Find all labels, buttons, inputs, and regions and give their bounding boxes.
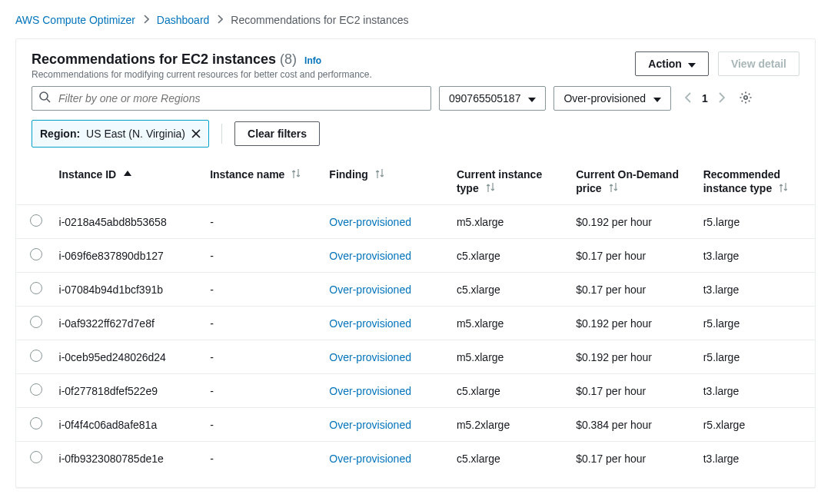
remove-filter-icon[interactable] xyxy=(191,129,201,138)
table-row[interactable]: i-0fb9323080785de1e-Over-provisionedc5.x… xyxy=(16,442,815,476)
page-subtitle: Recommendations for modifying current re… xyxy=(32,69,372,80)
cell-current-type: m5.2xlarge xyxy=(449,408,568,442)
cell-finding-link[interactable]: Over-provisioned xyxy=(329,250,411,262)
cell-recommended-type: t3.large xyxy=(696,273,815,307)
cell-current-type: c5.xlarge xyxy=(449,374,568,408)
page-prev[interactable] xyxy=(685,92,691,105)
cell-finding-link[interactable]: Over-provisioned xyxy=(329,317,411,330)
page-title: Recommendations for EC2 instances (8) xyxy=(32,51,297,68)
cell-instance-name: - xyxy=(202,374,321,408)
chevron-right-icon xyxy=(143,14,149,26)
cell-recommended-type: t3.large xyxy=(696,239,815,273)
row-radio[interactable] xyxy=(30,316,42,328)
cell-finding-link[interactable]: Over-provisioned xyxy=(329,216,411,228)
recommendations-table: Instance ID Instance name xyxy=(16,158,815,475)
cell-finding-link[interactable]: Over-provisioned xyxy=(329,453,411,465)
cell-recommended-type: r5.large xyxy=(696,340,815,374)
table-row[interactable]: i-0af9322ff627d7e8f-Over-provisionedm5.x… xyxy=(16,307,815,340)
cell-current-type: c5.xlarge xyxy=(449,442,568,476)
cell-price: $0.192 per hour xyxy=(568,340,696,374)
col-finding[interactable]: Finding xyxy=(321,158,449,205)
caret-down-icon xyxy=(653,92,661,104)
cell-instance-name: - xyxy=(202,307,321,340)
cell-instance-name: - xyxy=(202,205,321,239)
cell-finding-link[interactable]: Over-provisioned xyxy=(329,385,411,397)
sort-asc-icon xyxy=(124,171,131,178)
cell-recommended-type: r5.large xyxy=(696,307,815,340)
view-detail-button[interactable]: View detail xyxy=(718,51,799,76)
row-radio[interactable] xyxy=(30,417,42,429)
caret-down-icon xyxy=(688,58,696,70)
row-radio[interactable] xyxy=(30,451,42,463)
region-filter-input[interactable] xyxy=(32,86,431,111)
filter-chip-value: US East (N. Virginia) xyxy=(86,128,185,140)
sort-icon xyxy=(779,183,787,192)
col-instance-id[interactable]: Instance ID xyxy=(52,158,203,205)
table-row[interactable]: i-069f6e837890db127-Over-provisionedc5.x… xyxy=(16,239,815,273)
cell-instance-name: - xyxy=(202,442,321,476)
svg-point-0 xyxy=(40,92,48,100)
svg-line-1 xyxy=(47,99,50,102)
cell-instance-id: i-0f4f4c06ad8afe81a xyxy=(52,408,203,442)
row-radio[interactable] xyxy=(30,248,42,260)
table-row[interactable]: i-07084b94d1bcf391b-Over-provisionedc5.x… xyxy=(16,273,815,307)
cell-current-type: m5.xlarge xyxy=(449,205,568,239)
cell-instance-id: i-0fb9323080785de1e xyxy=(52,442,203,476)
sort-icon xyxy=(376,169,384,178)
breadcrumb-root[interactable]: AWS Compute Optimizer xyxy=(15,14,135,26)
filter-chip-region: Region: US East (N. Virginia) xyxy=(32,120,209,148)
cell-finding-link[interactable]: Over-provisioned xyxy=(329,419,411,431)
pagination: 1 xyxy=(685,92,725,105)
breadcrumb-dashboard[interactable]: Dashboard xyxy=(157,14,210,26)
cell-price: $0.17 per hour xyxy=(568,273,696,307)
recommendations-panel: Recommendations for EC2 instances (8) In… xyxy=(15,38,816,488)
cell-instance-id: i-0f277818dfef522e9 xyxy=(52,374,203,408)
col-price[interactable]: Current On-Demand price xyxy=(568,158,696,205)
cell-instance-name: - xyxy=(202,408,321,442)
clear-filters-button[interactable]: Clear filters xyxy=(234,121,320,146)
cell-instance-name: - xyxy=(202,273,321,307)
chevron-right-icon xyxy=(217,14,223,26)
cell-instance-id: i-069f6e837890db127 xyxy=(52,239,203,273)
action-button[interactable]: Action xyxy=(635,51,709,76)
row-radio[interactable] xyxy=(30,383,42,396)
page-next[interactable] xyxy=(719,92,725,105)
horizontal-scrollbar[interactable] xyxy=(16,475,815,487)
cell-price: $0.17 per hour xyxy=(568,374,696,408)
col-recommended-type[interactable]: Recommended instance type xyxy=(696,158,815,205)
cell-current-type: m5.xlarge xyxy=(449,340,568,374)
cell-recommended-type: t3.large xyxy=(696,442,815,476)
cell-price: $0.17 per hour xyxy=(568,239,696,273)
cell-price: $0.17 per hour xyxy=(568,442,696,476)
account-dropdown[interactable]: 090765505187 xyxy=(439,86,546,111)
row-radio[interactable] xyxy=(30,282,42,294)
cell-finding-link[interactable]: Over-provisioned xyxy=(329,351,411,363)
table-row[interactable]: i-0ceb95ed248026d24-Over-provisionedm5.x… xyxy=(16,340,815,374)
table-row[interactable]: i-0218a45abd8b53658-Over-provisionedm5.x… xyxy=(16,205,815,239)
row-radio[interactable] xyxy=(30,350,42,362)
col-instance-name[interactable]: Instance name xyxy=(202,158,321,205)
col-current-type[interactable]: Current instance type xyxy=(449,158,568,205)
cell-current-type: c5.xlarge xyxy=(449,273,568,307)
cell-recommended-type: t3.large xyxy=(696,374,815,408)
cell-price: $0.192 per hour xyxy=(568,205,696,239)
result-count: (8) xyxy=(280,51,297,67)
table-row[interactable]: i-0f277818dfef522e9-Over-provisionedc5.x… xyxy=(16,374,815,408)
cell-current-type: c5.xlarge xyxy=(449,239,568,273)
breadcrumb-current: Recommendations for EC2 instances xyxy=(231,14,408,26)
cell-finding-link[interactable]: Over-provisioned xyxy=(329,284,411,296)
row-radio[interactable] xyxy=(30,214,42,227)
cell-current-type: m5.xlarge xyxy=(449,307,568,340)
finding-filter-dropdown[interactable]: Over-provisioned xyxy=(553,86,671,111)
info-link[interactable]: Info xyxy=(304,55,321,66)
cell-instance-id: i-07084b94d1bcf391b xyxy=(52,273,203,307)
cell-price: $0.384 per hour xyxy=(568,408,696,442)
cell-instance-name: - xyxy=(202,340,321,374)
page-number: 1 xyxy=(702,92,708,104)
cell-price: $0.192 per hour xyxy=(568,307,696,340)
table-row[interactable]: i-0f4f4c06ad8afe81a-Over-provisionedm5.2… xyxy=(16,408,815,442)
cell-instance-id: i-0218a45abd8b53658 xyxy=(52,205,203,239)
sort-icon xyxy=(610,183,617,192)
settings-icon[interactable] xyxy=(739,91,753,107)
divider xyxy=(221,124,222,144)
